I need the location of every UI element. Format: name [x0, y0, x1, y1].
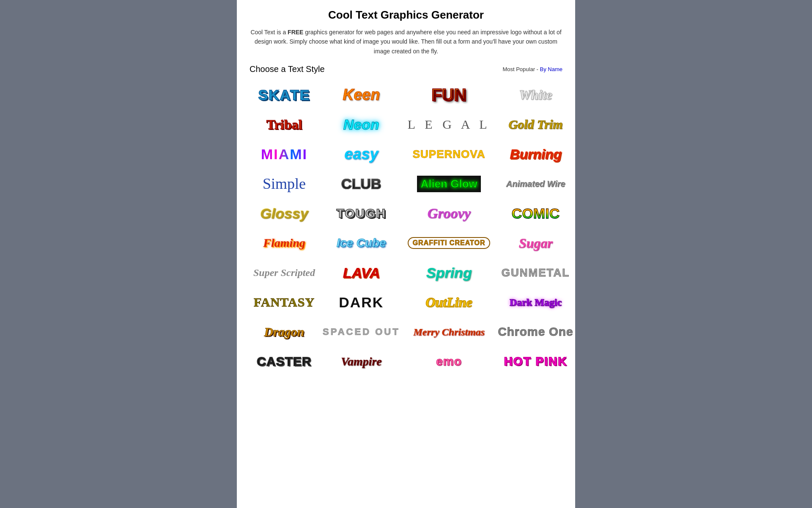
style-cell-dark-magic[interactable]: Dark Magic [494, 287, 577, 317]
style-cell-neon[interactable]: Neon [319, 110, 404, 139]
style-cell-flaming[interactable]: Flaming [250, 228, 319, 258]
description-bold: FREE [288, 29, 303, 36]
style-cell-dark[interactable]: DARK [319, 287, 404, 317]
style-label-gunmetal: GUNMETAL [502, 266, 570, 279]
style-cell-gold-trim[interactable]: Gold Trim [494, 110, 577, 139]
sort-by-name-link[interactable]: By Name [540, 66, 562, 72]
style-label-fantasy: FANTASY [254, 295, 315, 309]
style-cell-sugar[interactable]: Sugar [494, 228, 577, 258]
style-label-legal: L E G A L [408, 117, 491, 132]
style-cell-tribal[interactable]: Tribal [250, 110, 319, 139]
style-label-dark-magic: Dark Magic [510, 297, 562, 308]
style-cell-hot-pink[interactable]: HOT PINK [494, 347, 577, 376]
section-header: Choose a Text Style Most Popular - By Na… [250, 64, 562, 74]
style-cell-white[interactable]: White [494, 80, 577, 110]
style-cell-graffiti[interactable]: GRAFFITI CREATOR [404, 228, 494, 258]
style-cell-dragon[interactable]: Dragon [250, 317, 319, 347]
style-label-miami: MIAMI [261, 146, 307, 163]
style-label-outline: OutLine [425, 295, 472, 310]
sort-options: Most Popular - By Name [502, 66, 562, 72]
style-label-gold-trim: Gold Trim [509, 117, 563, 132]
style-cell-tough[interactable]: TOUGH [319, 199, 404, 228]
style-cell-spaced-out[interactable]: SPACED OUT [319, 317, 404, 347]
style-label-skate: SKATE [258, 87, 310, 103]
style-label-neon: Neon [343, 116, 379, 133]
style-label-spring: Spring [426, 265, 472, 281]
styles-grid: SKATEKeenFUNWhiteTribalNeonL E G A LGold… [250, 80, 562, 376]
style-label-dark: DARK [339, 294, 384, 311]
style-cell-simple[interactable]: Simple [250, 169, 319, 199]
style-cell-animated[interactable]: Animated Wire [494, 169, 577, 199]
style-label-comic: COMIC [512, 205, 560, 222]
style-cell-emo[interactable]: emo [404, 347, 494, 376]
style-cell-groovy[interactable]: Groovy [404, 199, 494, 228]
style-label-sugar: Sugar [519, 235, 553, 251]
style-cell-burning[interactable]: Burning [494, 139, 577, 169]
style-label-chrome-one: Chrome One [498, 325, 573, 339]
style-cell-caster[interactable]: CASTER [250, 347, 319, 376]
style-cell-miami[interactable]: MIAMI [250, 139, 319, 169]
style-label-lava: LAVA [343, 265, 380, 281]
style-cell-glossy[interactable]: Glossy [250, 199, 319, 228]
style-cell-lava[interactable]: LAVA [319, 258, 404, 287]
style-cell-chrome-one[interactable]: Chrome One [494, 317, 577, 347]
style-cell-fantasy[interactable]: FANTASY [250, 287, 319, 317]
choose-style-label: Choose a Text Style [250, 64, 325, 74]
style-cell-ice-cube[interactable]: Ice Cube [319, 228, 404, 258]
style-label-emo: emo [436, 355, 462, 368]
style-label-ice-cube: Ice Cube [337, 236, 386, 250]
style-label-spaced-out: SPACED OUT [323, 326, 400, 337]
style-label-super-scripted: Super Scripted [253, 267, 315, 279]
style-cell-supernova[interactable]: SUPERNOVA [404, 139, 494, 169]
main-container: Cool Text Graphics Generator Cool Text i… [237, 0, 575, 508]
style-label-simple: Simple [263, 175, 306, 193]
style-label-flaming: Flaming [263, 236, 305, 250]
style-label-glossy: Glossy [260, 205, 308, 222]
style-label-alien-glow: Alien Glow [417, 176, 480, 192]
style-label-fun: FUN [431, 86, 466, 105]
style-cell-super-scripted[interactable]: Super Scripted [250, 258, 319, 287]
style-label-graffiti: GRAFFITI CREATOR [408, 237, 491, 249]
style-label-merry-christmas: Merry Christmas [413, 326, 485, 338]
style-cell-merry-christmas[interactable]: Merry Christmas [404, 317, 494, 347]
style-label-keen: Keen [343, 86, 380, 104]
style-label-dragon: Dragon [264, 325, 304, 339]
style-label-white: White [519, 87, 552, 103]
style-label-groovy: Groovy [428, 205, 471, 221]
style-cell-vampire[interactable]: Vampire [319, 347, 404, 376]
style-cell-gunmetal[interactable]: GUNMETAL [494, 258, 577, 287]
sort-most-popular: Most Popular [502, 66, 535, 72]
style-label-supernova: SUPERNOVA [413, 148, 486, 161]
style-label-animated: Animated Wire [506, 179, 565, 189]
style-cell-fun[interactable]: FUN [404, 80, 494, 110]
style-label-burning: Burning [510, 146, 562, 162]
style-label-vampire: Vampire [341, 355, 381, 368]
style-cell-outline[interactable]: OutLine [404, 287, 494, 317]
style-cell-club[interactable]: CLUB [319, 169, 404, 199]
style-cell-easy[interactable]: easy [319, 139, 404, 169]
style-cell-alien-glow[interactable]: Alien Glow [404, 169, 494, 199]
style-label-tribal: Tribal [266, 117, 302, 133]
page-title: Cool Text Graphics Generator [250, 8, 562, 22]
style-label-caster: CASTER [257, 354, 311, 369]
style-cell-skate[interactable]: SKATE [250, 80, 319, 110]
style-cell-comic[interactable]: COMIC [494, 199, 577, 228]
sort-separator: - [535, 66, 540, 72]
style-label-tough: TOUGH [336, 206, 386, 221]
style-label-hot-pink: HOT PINK [504, 355, 568, 368]
page-description: Cool Text is a FREE graphics generator f… [250, 28, 562, 56]
style-label-easy: easy [344, 145, 378, 163]
description-text-1: Cool Text is a [250, 29, 288, 36]
style-cell-legal[interactable]: L E G A L [404, 110, 494, 139]
style-label-club: CLUB [341, 176, 381, 192]
style-cell-spring[interactable]: Spring [404, 258, 494, 287]
style-cell-keen[interactable]: Keen [319, 80, 404, 110]
